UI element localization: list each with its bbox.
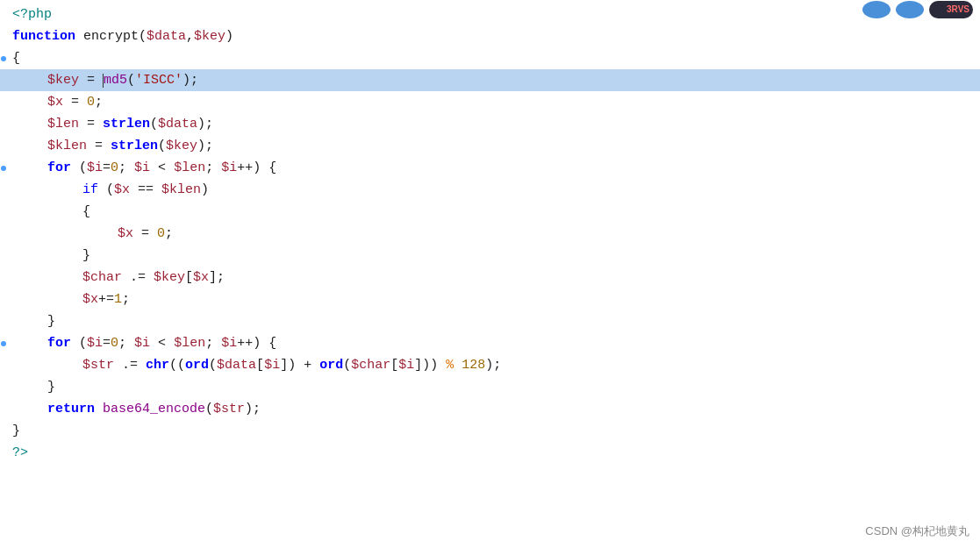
code-text: ( xyxy=(205,399,213,420)
code-text: == xyxy=(130,180,161,201)
code-text: ( xyxy=(150,114,158,135)
var-str: $str xyxy=(82,355,114,376)
func-strlen2: strlen xyxy=(111,136,158,157)
var-char: $char xyxy=(82,267,122,288)
icon-button-1[interactable] xyxy=(862,1,891,18)
code-text: = xyxy=(63,92,87,113)
code-line-content: for ( $i = 0 ; $i < $len ; $i ++) { xyxy=(7,332,980,354)
var-key3: $key xyxy=(154,267,185,288)
line-php-close: ?> xyxy=(0,442,980,464)
left-marker-dot xyxy=(0,332,7,354)
num-one: 1 xyxy=(114,289,122,310)
left-marker xyxy=(0,201,7,223)
code-line-content: } xyxy=(7,245,980,267)
code-line-content: } xyxy=(7,376,980,398)
var-x3: $x xyxy=(118,224,133,245)
left-marker xyxy=(0,25,7,47)
code-text: { xyxy=(12,48,20,69)
code-text: ); xyxy=(182,70,198,91)
left-marker xyxy=(0,113,7,135)
left-marker xyxy=(0,91,7,113)
num-zero3: 0 xyxy=(157,224,165,245)
code-text: { xyxy=(82,202,90,223)
code-container: 3RVS <?php function encrypt( $data , $ke… xyxy=(0,0,980,548)
op-mod: % xyxy=(446,355,454,376)
code-text: ( xyxy=(98,180,114,201)
var-x: $x xyxy=(47,92,63,113)
code-text xyxy=(454,355,461,376)
code-line-content: } xyxy=(7,420,980,442)
func-chr: chr xyxy=(146,355,169,376)
icon-button-2[interactable] xyxy=(896,1,924,18)
code-text: ( xyxy=(71,333,87,354)
line-return: return base64_encode ( $str ); xyxy=(0,398,980,420)
num-zero4: 0 xyxy=(111,333,118,354)
code-line-content: <?php xyxy=(7,4,980,25)
left-marker xyxy=(0,376,7,398)
code-line-content: ?> xyxy=(7,442,980,464)
code-text: ( xyxy=(158,136,166,157)
code-text: < xyxy=(150,158,174,179)
code-line-content: { xyxy=(7,201,980,223)
code-line-content: if ( $x == $klen ) xyxy=(7,179,980,201)
php-close-tag: ?> xyxy=(12,443,28,464)
keyword-for2: for xyxy=(47,333,71,354)
code-line-content: $str .= chr (( ord ( $data [ $i ]) + ord… xyxy=(7,354,980,376)
var-data2: $data xyxy=(217,355,256,376)
left-marker xyxy=(0,310,7,332)
func-ord1: ord xyxy=(185,355,209,376)
var-data: $data xyxy=(147,26,186,47)
top-bar: 3RVS xyxy=(862,0,980,19)
code-text: = xyxy=(103,333,111,354)
keyword-if: if xyxy=(82,180,98,201)
keyword-return: return xyxy=(47,399,95,420)
code-text: [ xyxy=(390,355,398,376)
code-text: [ xyxy=(256,355,264,376)
code-text: ); xyxy=(197,114,213,135)
left-marker-dot xyxy=(0,157,7,179)
left-marker-dot xyxy=(0,47,7,69)
code-line-content: $char .= $key [ $x ]; xyxy=(7,267,980,288)
left-marker xyxy=(0,69,7,91)
code-text: ; xyxy=(118,158,134,179)
var-i7: $i xyxy=(264,355,280,376)
line-php-open: <?php xyxy=(0,4,980,25)
var-i8: $i xyxy=(398,355,414,376)
code-text: encrypt( xyxy=(75,26,147,47)
left-marker xyxy=(0,398,7,420)
code-text: ); xyxy=(485,355,501,376)
code-line-content: function encrypt( $data , $key ) xyxy=(7,25,980,47)
string-iscc: 'ISCC' xyxy=(135,70,182,91)
code-text: .= xyxy=(122,267,154,288)
code-text: ])) xyxy=(414,355,446,376)
code-text: } xyxy=(47,377,55,398)
var-key: $key xyxy=(47,70,79,91)
var-key: $key xyxy=(194,26,225,47)
left-marker xyxy=(0,354,7,376)
line-str: $str .= chr (( ord ( $data [ $i ]) + ord… xyxy=(0,354,980,376)
code-text: ; xyxy=(165,224,173,245)
var-str2: $str xyxy=(213,399,245,420)
var-len3: $len xyxy=(174,333,205,354)
code-text: ; xyxy=(205,158,221,179)
var-x4: $x xyxy=(193,267,209,288)
code-text: ; xyxy=(95,92,103,113)
code-line-content: } xyxy=(7,310,980,332)
func-md5: md5 xyxy=(104,70,127,91)
code-line-content: $key = md5 ( 'ISCC' ); xyxy=(7,69,980,91)
code-text: ; xyxy=(205,333,221,354)
line-for1: for ( $i = 0 ; $i < $len ; $i ++) { xyxy=(0,157,980,179)
line-brace-open: { xyxy=(0,47,980,69)
code-text: ); xyxy=(245,399,261,420)
code-text: } xyxy=(47,311,55,332)
code-text: ; xyxy=(118,333,134,354)
code-text: [ xyxy=(185,267,193,288)
code-text: } xyxy=(12,421,20,442)
icon-button-3[interactable]: 3RVS xyxy=(929,1,973,18)
code-text: (( xyxy=(169,355,185,376)
line-function-decl: function encrypt( $data , $key ) xyxy=(0,25,980,47)
code-line-content: { xyxy=(7,47,980,69)
func-base64: base64_encode xyxy=(103,399,205,420)
left-marker xyxy=(0,223,7,245)
line-xpp: $x += 1 ; xyxy=(0,288,980,310)
